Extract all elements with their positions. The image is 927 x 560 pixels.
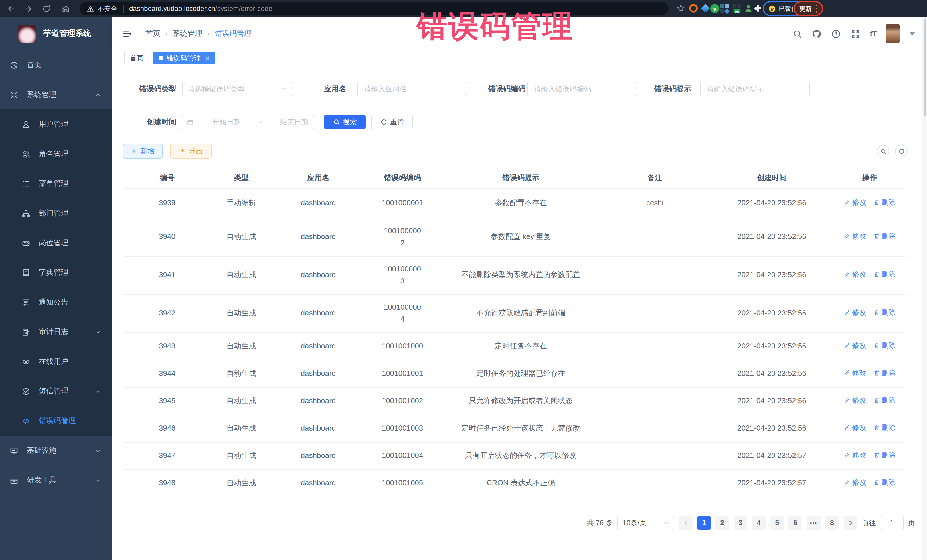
cell-actions: 修改删除 [834,414,905,442]
add-button[interactable]: 新增 [123,144,163,159]
sidebar-item-online-users[interactable]: 在线用户 [0,347,112,376]
breadcrumb-home[interactable]: 首页 [146,29,160,39]
refresh-table-button[interactable] [895,145,907,157]
sidebar-item-notice-announcement[interactable]: 通知公告 [0,287,112,317]
breadcrumb-system[interactable]: 系统管理 [173,29,202,39]
delete-link[interactable]: 删除 [873,196,896,208]
goto-page-input[interactable] [880,516,903,530]
page-button-1[interactable]: 1 [697,516,711,530]
next-page-button[interactable] [843,516,857,530]
error-code-field[interactable] [527,82,637,96]
edit-link[interactable]: 修改 [844,196,866,208]
edit-link[interactable]: 修改 [844,231,866,242]
browser-forward-icon[interactable] [24,4,32,13]
page-button-8[interactable]: 8 [825,516,839,530]
hamburger-fold-icon[interactable] [122,29,132,38]
prev-page-button[interactable] [679,516,693,530]
sidebar-item-dept-management[interactable]: 部门管理 [0,199,112,228]
sidebar-item-system-management[interactable]: 系统管理 [0,80,112,109]
font-size-icon[interactable]: tT [870,29,876,38]
edit-link[interactable]: 修改 [844,395,866,406]
delete-link[interactable]: 删除 [873,422,896,433]
app-logo-row[interactable]: 芋道管理系统 [0,17,112,50]
user-avatar[interactable] [886,24,900,43]
sidebar-item-dev-tools[interactable]: 研发工具 [0,465,112,495]
app-name-field[interactable] [357,82,467,96]
page-button-6[interactable]: 6 [789,516,802,530]
help-icon[interactable] [831,29,841,38]
delete-link[interactable]: 删除 [873,231,896,242]
sidebar-item-error-code-management[interactable]: 错误码管理 [0,406,112,436]
edit-link[interactable]: 修改 [844,449,866,460]
cell-time: 2021-04-20 23:52:56 [709,360,834,387]
search-icon[interactable] [792,29,802,38]
window-scrollbar[interactable] [922,17,927,560]
page-button-2[interactable]: 2 [715,516,729,530]
edit-link[interactable]: 修改 [844,340,866,351]
error-hint-field[interactable] [700,82,810,96]
page-button-4[interactable]: 4 [752,516,766,530]
address-bar[interactable]: 不安全 dashboard.yudao.iocoder.cn/system/er… [80,2,669,15]
sidebar-item-user-management[interactable]: 用户管理 [0,109,112,139]
fullscreen-icon[interactable] [851,29,860,38]
sidebar-item-menu-management[interactable]: 菜单管理 [0,169,112,199]
sidebar-item-sms-management[interactable]: 短信管理 [0,376,112,406]
delete-link[interactable]: 删除 [873,367,896,378]
extension-green-circle-icon[interactable]: v [710,4,719,13]
browser-menu-icon[interactable] [816,5,818,12]
delete-link[interactable]: 删除 [873,307,896,318]
reset-button[interactable]: 重置 [371,115,413,129]
edit-link[interactable]: 修改 [844,307,866,318]
error-type-select[interactable]: 请选择错误码类型 [182,82,292,96]
cell-message: 不允许获取敏感配置到前端 [441,294,601,332]
sidebar-item-role-management[interactable]: 角色管理 [0,139,112,169]
page-button-5[interactable]: 5 [770,516,784,530]
chevron-down-icon[interactable] [909,32,915,35]
github-icon[interactable] [812,29,821,38]
extension-blue-gem-icon[interactable] [701,4,710,13]
page-size-select[interactable]: 10条/页 [617,516,674,530]
delete-link[interactable]: 删除 [873,340,896,351]
extension-orange-ring-icon[interactable] [689,4,698,13]
delete-link[interactable]: 删除 [873,449,896,460]
delete-link[interactable]: 删除 [873,395,896,406]
pencil-icon [844,342,850,349]
error-code-input[interactable] [533,84,632,94]
date-range-picker[interactable]: 开始日期 - 结束日期 [181,115,314,129]
browser-reload-icon[interactable] [42,4,51,13]
sidebar-item-infrastructure[interactable]: 基础设施 [0,436,112,465]
search-button[interactable]: 搜索 [324,115,366,129]
browser-home-icon[interactable] [62,4,70,13]
browser-back-icon[interactable] [7,4,15,13]
page-ellipsis[interactable]: ••• [807,516,821,530]
sidebar-item-post-management[interactable]: 岗位管理 [0,228,112,258]
delete-link[interactable]: 删除 [873,477,896,488]
extension-green-person-icon[interactable] [744,4,753,13]
scrollbar-thumb[interactable] [923,20,926,116]
edit-link[interactable]: 修改 [844,367,866,378]
tab-home[interactable]: 首页 [125,52,149,64]
extension-blue-squares-icon[interactable] [720,4,729,13]
close-tab-icon[interactable]: × [205,55,209,62]
show-search-toggle-button[interactable] [877,145,889,157]
update-chip[interactable]: 更新 [793,1,823,16]
delete-link[interactable]: 删除 [873,269,896,280]
extension-on-badge-icon[interactable]: on [732,4,741,13]
cell-app: dashboard [273,360,364,387]
export-button[interactable]: 导出 [170,144,212,159]
sidebar-item-dict-management[interactable]: 字典管理 [0,258,112,287]
app-name-input[interactable] [363,84,462,94]
active-tab-dot [159,56,163,61]
bookmark-star-icon[interactable] [676,4,685,12]
pencil-icon [844,233,850,240]
sidebar-item-home[interactable]: 首页 [0,50,112,80]
edit-link[interactable]: 修改 [844,269,866,280]
error-hint-input[interactable] [706,84,804,94]
tab-error-code-management[interactable]: 错误码管理 × [153,52,215,64]
page-button-3[interactable]: 3 [734,516,747,530]
edit-link[interactable]: 修改 [844,477,866,488]
sidebar-item-audit-log[interactable]: 审计日志 [0,317,112,347]
sidebar: 芋道管理系统 首页系统管理用户管理角色管理菜单管理部门管理岗位管理字典管理通知公… [0,17,112,560]
edit-link[interactable]: 修改 [844,422,866,433]
extensions-puzzle-icon[interactable] [754,4,763,13]
